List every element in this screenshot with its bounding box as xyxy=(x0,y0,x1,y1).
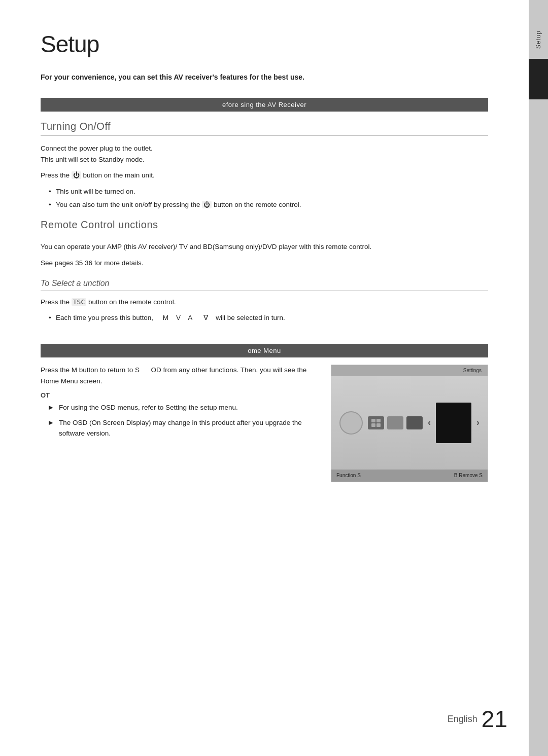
footer-page-number: 21 xyxy=(482,707,507,731)
osd-middle-icons xyxy=(368,416,423,429)
osd-icon-1 xyxy=(368,416,384,429)
section1-header-bar: efore sing the AV Receiver xyxy=(41,98,488,112)
osd-content-area: ‹ › xyxy=(331,376,488,470)
section2-para: You can operate your AMP (this AV receiv… xyxy=(41,241,488,253)
arrow-item-1: For using the OSD menus, refer to Settin… xyxy=(49,402,316,413)
tsc-button-code: TSC xyxy=(72,298,86,306)
sidebar-black-marker xyxy=(529,59,548,99)
bullet-item-2: You can also turn the unit on/off by pre… xyxy=(49,199,488,210)
svg-rect-1 xyxy=(376,419,381,422)
note-label: OT xyxy=(41,391,316,399)
osd-screen-image: Settings xyxy=(331,365,488,482)
svg-rect-2 xyxy=(371,423,375,427)
section2-heading: Remote Control unctions xyxy=(41,219,488,234)
section3-bullet-list: Each time you press this button, M V A ∇… xyxy=(41,312,488,323)
power-button-code: ⏻ xyxy=(72,171,81,179)
osd-left-arrow: ‹ xyxy=(428,417,431,428)
osd-left-icon xyxy=(339,411,363,435)
osd-function-label: Function S xyxy=(336,473,361,478)
osd-icon-3 xyxy=(406,416,423,429)
section4-arrow-list: For using the OSD menus, refer to Settin… xyxy=(41,402,316,439)
remote-power-code: ⏻ xyxy=(202,201,212,208)
osd-display: Settings xyxy=(331,365,488,482)
osd-remove-label: B Remove S xyxy=(454,473,483,478)
osd-top-bar: Settings xyxy=(331,365,488,376)
page-title: Setup xyxy=(41,30,488,58)
osd-circle-icon xyxy=(339,411,363,435)
home-menu-text: Press the M button to return to S OD fro… xyxy=(41,365,316,482)
bullet-item-1: This unit will be turned on. xyxy=(49,186,488,197)
sidebar-tab-label: Setup xyxy=(535,30,542,49)
osd-icon-2 xyxy=(387,416,403,429)
main-content: Setup For your convenience, you can set … xyxy=(0,0,529,756)
section4-header-bar: ome Menu xyxy=(41,344,488,357)
section1-bullet-list: This unit will be turned on. You can als… xyxy=(41,186,488,210)
osd-settings-label: Settings xyxy=(463,368,482,373)
osd-right-arrow: › xyxy=(476,417,480,428)
svg-rect-0 xyxy=(371,419,375,422)
intro-text: For your convenience, you can set this A… xyxy=(41,72,488,83)
section1-heading: Turning On/Off xyxy=(41,121,488,136)
section4-para: Press the M button to return to S OD fro… xyxy=(41,365,316,386)
section2-para2: See pages 35 36 for more details. xyxy=(41,258,488,269)
osd-bottom-bar: Function S B Remove S xyxy=(331,470,488,482)
osd-black-block xyxy=(436,403,471,443)
sidebar-tab: Setup xyxy=(529,0,548,756)
section1-para1: Connect the power plug to the outlet. Th… xyxy=(41,143,488,165)
home-menu-section: Press the M button to return to S OD fro… xyxy=(41,365,488,482)
page-footer: English 21 xyxy=(448,707,507,731)
section3-para: Press the TSC button on the remote contr… xyxy=(41,297,488,308)
section3-heading: To Select a unction xyxy=(41,279,488,291)
section3-bullet1: Each time you press this button, M V A ∇… xyxy=(49,312,488,323)
arrow-item-2: The OSD (On Screen Display) may change i… xyxy=(49,417,316,439)
section1-para2: Press the ⏻ button on the main unit. xyxy=(41,170,488,181)
footer-language: English xyxy=(448,714,477,725)
svg-rect-3 xyxy=(376,423,381,427)
